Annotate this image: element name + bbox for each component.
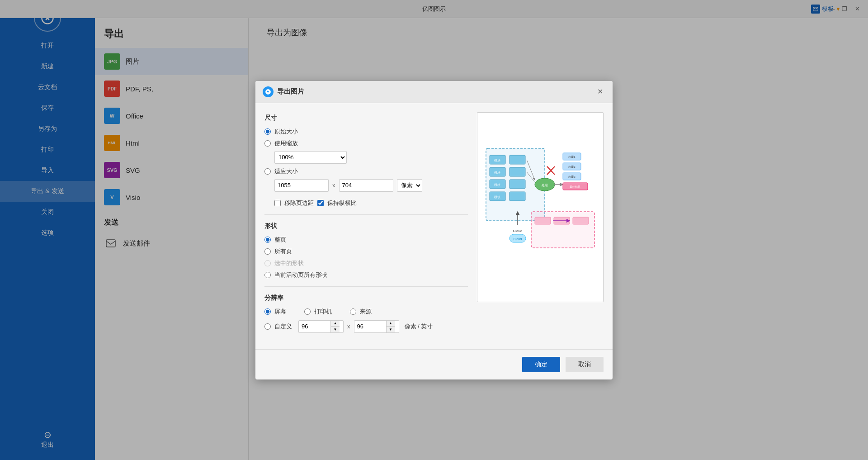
shape-allpages-label: 所有页: [274, 247, 292, 256]
scale-select-row: 100% 50% 150% 200%: [274, 151, 468, 164]
shape-allpages-radio[interactable]: [264, 248, 271, 255]
size-fit-radio[interactable]: [264, 168, 271, 175]
resolution-screen-radio[interactable]: [264, 308, 271, 315]
shape-currentactive-row: 当前活动页所有形状: [264, 271, 468, 279]
dialog-close-button[interactable]: ✕: [594, 86, 605, 97]
shape-selected-radio[interactable]: [264, 260, 271, 266]
svg-text:模块: 模块: [494, 183, 500, 186]
custom-x-spinbox: ▲ ▼: [298, 320, 344, 333]
svg-text:步骤2: 步骤2: [568, 166, 576, 168]
dialog-header: 导出图片 ✕: [255, 81, 613, 103]
custom-x-input[interactable]: [299, 323, 330, 330]
svg-rect-14: [509, 180, 525, 189]
size-scale-radio[interactable]: [264, 140, 271, 147]
spinbox-y-down[interactable]: ▼: [386, 327, 395, 332]
svg-text:模块: 模块: [494, 195, 500, 199]
resolution-section-title: 分辨率: [264, 294, 468, 302]
resolution-custom-label: 自定义: [274, 322, 292, 331]
unit-select[interactable]: 像素 厘米 英寸: [397, 179, 422, 192]
resolution-radio-row: 屏幕 打印机 来源: [264, 308, 468, 316]
spinbox-y-controls: ▲ ▼: [386, 321, 395, 332]
resolution-unit-label: 像素 / 英寸: [405, 322, 433, 331]
custom-y-spinbox: ▲ ▼: [354, 320, 399, 333]
scale-select[interactable]: 100% 50% 150% 200%: [274, 151, 347, 164]
svg-text:模块: 模块: [494, 159, 500, 162]
size-original-radio[interactable]: [264, 128, 271, 135]
svg-text:步骤3: 步骤3: [568, 175, 576, 178]
dimension-x-label: x: [332, 182, 335, 189]
dialog-form: 尺寸 原始大小 使用缩放 100% 50%: [264, 112, 468, 340]
svg-text:处理: 处理: [542, 184, 548, 187]
preview-diagram: 模块 模块 模块 模块 处理: [481, 121, 599, 293]
dialog-icon: [263, 86, 274, 97]
shape-selected-label: 选中的形状: [274, 259, 304, 267]
size-original-label: 原始大小: [274, 128, 298, 136]
resolution-printer-radio[interactable]: [304, 308, 311, 315]
svg-text:模块: 模块: [494, 171, 500, 174]
spinbox-x-controls: ▲ ▼: [330, 321, 340, 332]
shape-currentactive-radio[interactable]: [264, 272, 271, 278]
divider-2: [264, 286, 468, 287]
shape-selected-row: 选中的形状: [264, 259, 468, 267]
svg-text:Cloud: Cloud: [513, 229, 523, 233]
custom-resolution-row: 自定义 ▲ ▼ x ▲ ▼: [264, 320, 468, 333]
width-input[interactable]: [274, 179, 329, 192]
shape-allpages-row: 所有页: [264, 247, 468, 256]
dialog-title: 导出图片: [277, 87, 304, 96]
resolution-source-row: 来源: [350, 308, 372, 316]
resolution-source-label: 来源: [360, 308, 372, 316]
svg-rect-12: [509, 155, 525, 164]
margin-checkbox-row: 移除页边距 保持纵横比: [274, 199, 468, 207]
spinbox-x-up[interactable]: ▲: [330, 321, 340, 327]
svg-rect-15: [509, 192, 525, 201]
shape-wholepage-label: 整页: [274, 236, 286, 244]
dialog-footer: 确定 取消: [255, 349, 613, 379]
remove-margin-checkbox[interactable]: [274, 200, 281, 206]
resolution-screen-row: 屏幕: [264, 308, 286, 316]
svg-rect-13: [509, 167, 525, 176]
resolution-x-label: x: [347, 323, 350, 330]
svg-rect-32: [535, 217, 551, 224]
dialog-preview: 模块 模块 模块 模块 处理: [477, 112, 604, 340]
remove-margin-label: 移除页边距: [284, 199, 314, 207]
spinbox-x-down[interactable]: ▼: [330, 327, 340, 332]
cancel-button[interactable]: 取消: [566, 357, 604, 372]
custom-y-input[interactable]: [354, 323, 386, 330]
dialog-body: 尺寸 原始大小 使用缩放 100% 50%: [255, 103, 613, 349]
size-radio-group: 原始大小 使用缩放 100% 50% 150% 200%: [264, 128, 468, 207]
size-scale-row: 使用缩放: [264, 139, 468, 147]
resolution-screen-label: 屏幕: [274, 308, 286, 316]
shape-currentactive-label: 当前活动页所有形状: [274, 271, 327, 279]
size-fit-row: 适应大小: [264, 167, 468, 175]
resolution-printer-row: 打印机: [304, 308, 332, 316]
resolution-printer-label: 打印机: [314, 308, 332, 316]
size-section-title: 尺寸: [264, 114, 468, 122]
resolution-custom-radio-row: 自定义: [264, 322, 292, 331]
shape-wholepage-radio[interactable]: [264, 237, 271, 243]
resolution-source-radio[interactable]: [350, 308, 356, 315]
confirm-button[interactable]: 确定: [522, 357, 560, 372]
svg-text:步骤1: 步骤1: [568, 156, 576, 158]
dialog-header-left: 导出图片: [263, 86, 304, 97]
shape-wholepage-row: 整页: [264, 236, 468, 244]
svg-text:最终结果: 最终结果: [570, 185, 580, 188]
divider-1: [264, 214, 468, 215]
dialog-overlay: 导出图片 ✕ 尺寸 原始大小 使用缩放: [0, 0, 868, 460]
size-original-row: 原始大小: [264, 128, 468, 136]
size-scale-label: 使用缩放: [274, 139, 298, 147]
preview-box: 模块 模块 模块 模块 处理: [477, 112, 604, 302]
keep-ratio-checkbox[interactable]: [317, 200, 324, 206]
spinbox-y-up[interactable]: ▲: [386, 321, 395, 327]
export-dialog: 导出图片 ✕ 尺寸 原始大小 使用缩放: [255, 81, 613, 379]
resolution-custom-radio[interactable]: [264, 323, 271, 330]
shape-section-title: 形状: [264, 222, 468, 230]
svg-rect-34: [573, 217, 589, 224]
height-input[interactable]: [339, 179, 393, 192]
size-fit-label: 适应大小: [274, 167, 298, 175]
keep-ratio-label: 保持纵横比: [327, 199, 357, 207]
svg-text:Cloud: Cloud: [514, 237, 522, 241]
dimension-row: x 像素 厘米 英寸: [274, 179, 468, 192]
shape-radio-group: 整页 所有页 选中的形状 当前活动页所有形状: [264, 236, 468, 279]
